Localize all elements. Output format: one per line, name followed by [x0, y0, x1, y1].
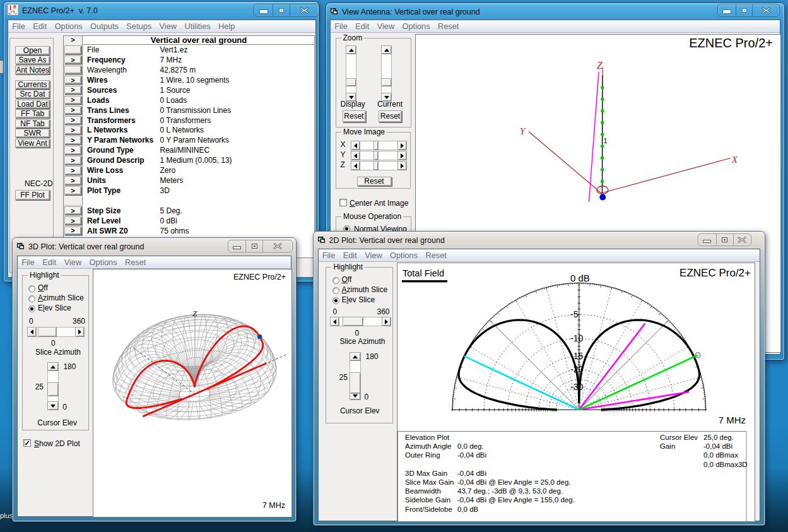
svg-text:-15: -15: [570, 351, 583, 361]
svg-text:-0,04 dBi @ Elev Angle = 155,0: -0,04 dBi @ Elev Angle = 155,0 deg.: [457, 496, 575, 504]
svg-text:0 dB: 0 dB: [570, 272, 590, 283]
svg-text:-0,04 dBi: -0,04 dBi: [457, 469, 486, 476]
svg-text:3D Max Gain: 3D Max Gain: [405, 469, 447, 476]
svg-text:0,0 deg.: 0,0 deg.: [457, 442, 484, 450]
svg-text:Gain: Gain: [660, 442, 675, 450]
svg-text:Y: Y: [520, 126, 526, 136]
svg-text:-0,04 dBi: -0,04 dBi: [457, 451, 486, 459]
svg-text:Total Field: Total Field: [403, 268, 444, 278]
svg-text:Front/Sidelobe: Front/Sidelobe: [405, 505, 452, 512]
svg-text:-0,04 dBi @ Elev Angle = 25,0: -0,04 dBi @ Elev Angle = 25,0 deg.: [457, 478, 571, 486]
svg-text:7 MHz: 7 MHz: [719, 415, 746, 425]
svg-text:25,0 deg.: 25,0 deg.: [703, 434, 734, 441]
svg-text:1: 1: [604, 137, 608, 145]
svg-text:EZNEC Pro/2+: EZNEC Pro/2+: [689, 36, 773, 50]
svg-text:Beamwidth: Beamwidth: [405, 487, 441, 495]
svg-text:-5: -5: [570, 309, 579, 319]
svg-text:43,7 deg.; -3dB @ 9,3, 53,0 de: 43,7 deg.; -3dB @ 9,3, 53,0 deg.: [457, 487, 563, 495]
svg-text:Z: Z: [192, 309, 197, 318]
svg-text:-10: -10: [570, 333, 583, 343]
svg-text:Azimuth Angle: Azimuth Angle: [405, 442, 452, 450]
svg-text:0,0 dB: 0,0 dB: [457, 505, 479, 512]
svg-text:0,0 dBmax3D: 0,0 dBmax3D: [703, 460, 748, 468]
svg-text:X: X: [731, 155, 738, 165]
svg-text:Z: Z: [597, 60, 603, 71]
svg-text:0,0 dBmax: 0,0 dBmax: [703, 451, 738, 459]
svg-text:Elevation Plot: Elevation Plot: [405, 434, 450, 441]
svg-text:Cursor Elev: Cursor Elev: [660, 434, 698, 441]
svg-text:Slice Max Gain: Slice Max Gain: [405, 478, 454, 486]
svg-text:Outer Ring: Outer Ring: [405, 451, 440, 459]
svg-text:-20: -20: [570, 364, 583, 374]
svg-text:-30: -30: [570, 382, 583, 392]
svg-text:-0,04 dBi: -0,04 dBi: [703, 442, 732, 450]
svg-text:EZNEC Pro/2+: EZNEC Pro/2+: [679, 267, 751, 279]
svg-text:Sidelobe Gain: Sidelobe Gain: [405, 496, 450, 504]
